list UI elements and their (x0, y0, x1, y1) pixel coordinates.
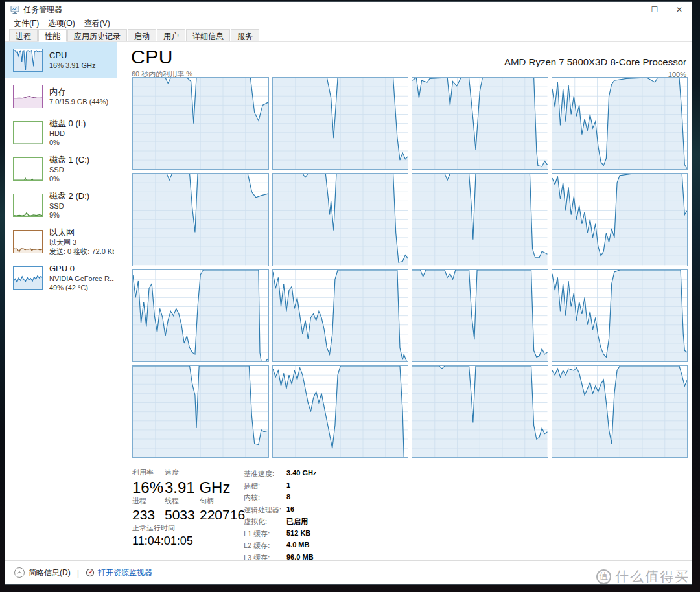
virtualization-value: 已启用 (286, 517, 308, 527)
sidebar-cpu-title: CPU (49, 51, 96, 61)
sidebar-disk2-title: 磁盘 2 (D:) (49, 191, 89, 201)
tab-services[interactable]: 服务 (231, 29, 259, 41)
resource-monitor-link[interactable]: 打开资源监视器 (86, 567, 152, 578)
desktop-background: 任务管理器 — ☐ ✕ 文件(F) 选项(O) 查看(V) 进程 性能 应用历史… (0, 0, 700, 592)
menu-file[interactable]: 文件(F) (9, 18, 43, 29)
sidebar-item-gpu[interactable]: GPU 0 NVIDIA GeForce R... 49% (42 °C) (5, 260, 117, 296)
sidebar-ethernet-traffic: 发送: 0 接收: 72.0 Kbps (49, 247, 114, 256)
cpu-core-graph-15 (552, 365, 688, 458)
sidebar-ethernet-name: 以太网 3 (49, 238, 114, 247)
footer-divider: | (77, 568, 79, 578)
speed-label: 速度 (165, 468, 230, 477)
close-button[interactable]: ✕ (667, 2, 692, 17)
task-manager-icon (10, 5, 19, 14)
speed-value: 3.91 GHz (165, 479, 230, 497)
cpu-core-graph-4 (132, 173, 269, 266)
cpu-core-graph-9 (272, 269, 409, 362)
disk0-sparkline (13, 121, 43, 144)
sidebar-disk0-title: 磁盘 0 (I:) (49, 119, 86, 129)
processes-label: 进程 (132, 496, 155, 506)
minimize-button[interactable]: — (618, 2, 642, 17)
l2-cache-label: L2 缓存: (244, 541, 285, 551)
logical-processors-value: 16 (286, 505, 294, 515)
cpu-core-graph-3 (552, 77, 688, 170)
title-bar: 任务管理器 — ☐ ✕ (5, 2, 692, 17)
sidebar-item-memory[interactable]: 内存 7.0/15.9 GB (44%) (5, 78, 117, 115)
tab-bar: 进程 性能 应用历史记录 启动 用户 详细信息 服务 (5, 29, 692, 42)
menu-view[interactable]: 查看(V) (80, 18, 115, 29)
tab-details[interactable]: 详细信息 (186, 29, 230, 41)
l1-cache-label: L1 缓存: (244, 529, 285, 539)
cpu-core-graph-1 (272, 77, 409, 170)
tab-app-history[interactable]: 应用历史记录 (67, 29, 127, 41)
sidebar-gpu-name: NVIDIA GeForce R... (49, 274, 114, 283)
gpu-sparkline (13, 266, 43, 290)
maximize-button[interactable]: ☐ (642, 2, 667, 17)
sidebar-gpu-title: GPU 0 (49, 264, 114, 274)
footer-bar: 简略信息(D) | 打开资源监视器 (5, 560, 692, 584)
sidebar-item-disk1[interactable]: 磁盘 1 (C:) SSD 0% (5, 151, 117, 187)
cpu-core-graph-2 (412, 77, 548, 170)
cpu-core-graph-11 (552, 269, 688, 362)
cpu-core-graph-6 (412, 173, 548, 266)
disk1-sparkline (13, 157, 43, 181)
menu-options[interactable]: 选项(O) (43, 18, 79, 29)
cpu-stats: 利用率 16% 速度 3.91 GHz 进程 233 线程 5033 句柄 (132, 468, 495, 558)
cpu-core-graph-12 (132, 365, 269, 458)
utilization-value: 16% (132, 479, 163, 497)
memory-sparkline (13, 85, 43, 108)
chevron-up-icon (14, 567, 25, 578)
cpu-core-grid (132, 77, 688, 458)
page-title: CPU (131, 46, 173, 68)
fewer-details-label: 简略信息(D) (29, 567, 71, 578)
cpu-sparkline (13, 49, 43, 72)
uptime-label: 正常运行时间 (132, 523, 193, 533)
cores-value: 8 (286, 493, 290, 503)
cores-label: 内核: (244, 493, 285, 503)
uptime-value: 11:04:01:05 (132, 534, 193, 548)
processor-name: AMD Ryzen 7 5800X3D 8-Core Processor (504, 56, 686, 67)
sidebar-item-cpu[interactable]: CPU 16% 3.91 GHz (5, 42, 117, 78)
base-speed-label: 基准速度: (244, 469, 285, 479)
sidebar-disk0-type: HDD (49, 129, 86, 138)
window-controls: — ☐ ✕ (618, 2, 692, 17)
disk2-sparkline (13, 194, 43, 217)
cpu-core-graph-13 (272, 365, 409, 458)
resource-monitor-icon (86, 568, 95, 577)
sidebar-gpu-usage: 49% (42 °C) (49, 283, 114, 292)
virtualization-label: 虚拟化: (244, 517, 285, 527)
cpu-core-graph-14 (412, 365, 548, 458)
sidebar-disk2-type: SSD (49, 201, 89, 211)
tab-startup[interactable]: 启动 (128, 29, 156, 41)
cpu-core-graph-0 (132, 77, 269, 170)
handles-label: 句柄 (200, 496, 245, 506)
sidebar-disk1-title: 磁盘 1 (C:) (49, 155, 89, 165)
cpu-spec-list: 基准速度:3.40 GHz 插槽:1 内核:8 逻辑处理器:16 虚拟化:已启用… (244, 469, 316, 565)
menu-bar: 文件(F) 选项(O) 查看(V) (5, 17, 692, 29)
sidebar-item-disk0[interactable]: 磁盘 0 (I:) HDD 0% (5, 115, 117, 151)
sidebar-memory-usage: 7.0/15.9 GB (44%) (49, 97, 108, 106)
sockets-value: 1 (286, 481, 290, 491)
utilization-label: 利用率 (132, 468, 163, 477)
fewer-details-button[interactable]: 简略信息(D) (14, 567, 71, 578)
sidebar-disk2-usage: 9% (49, 211, 89, 220)
l2-cache-value: 4.0 MB (286, 541, 309, 551)
tab-processes[interactable]: 进程 (9, 29, 38, 41)
sidebar-cpu-usage: 16% 3.91 GHz (49, 61, 96, 70)
sidebar-item-ethernet[interactable]: 以太网 以太网 3 发送: 0 接收: 72.0 Kbps (5, 223, 117, 260)
tab-users[interactable]: 用户 (157, 29, 185, 41)
tab-performance[interactable]: 性能 (38, 29, 67, 42)
cpu-core-graph-10 (412, 269, 548, 362)
processes-value: 233 (132, 507, 155, 523)
sockets-label: 插槽: (244, 481, 285, 491)
performance-sidebar: CPU 16% 3.91 GHz 内存 7.0/15.9 GB (44%) 磁盘… (5, 42, 121, 560)
sidebar-disk0-usage: 0% (49, 138, 86, 147)
cpu-performance-panel: CPU AMD Ryzen 7 5800X3D 8-Core Processor… (121, 42, 692, 560)
sidebar-item-disk2[interactable]: 磁盘 2 (D:) SSD 9% (5, 187, 117, 223)
logical-processors-label: 逻辑处理器: (244, 505, 285, 515)
task-manager-window: 任务管理器 — ☐ ✕ 文件(F) 选项(O) 查看(V) 进程 性能 应用历史… (5, 1, 692, 585)
threads-value: 5033 (165, 507, 195, 523)
sidebar-ethernet-title: 以太网 (49, 227, 114, 238)
l1-cache-value: 512 KB (286, 529, 310, 539)
resource-monitor-label: 打开资源监视器 (98, 567, 152, 578)
